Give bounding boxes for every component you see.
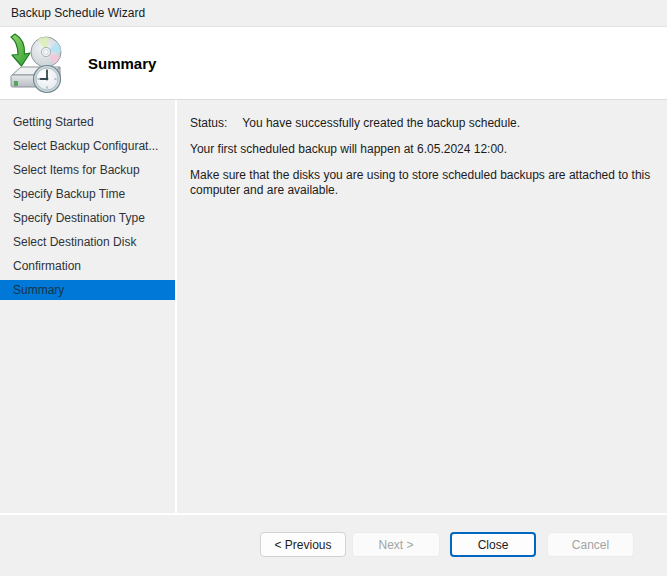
step-select-destination-disk[interactable]: Select Destination Disk — [0, 232, 175, 252]
step-getting-started[interactable]: Getting Started — [0, 112, 175, 132]
step-select-backup-configuration[interactable]: Select Backup Configurat... — [0, 136, 175, 156]
backup-schedule-icon — [8, 33, 64, 95]
step-specify-backup-time[interactable]: Specify Backup Time — [0, 184, 175, 204]
wizard-header: Summary — [0, 27, 667, 100]
page-title: Summary — [88, 55, 156, 72]
close-button[interactable]: Close — [450, 532, 536, 557]
clock — [34, 66, 61, 93]
wizard-body: Getting Started Select Backup Configurat… — [0, 100, 667, 513]
status-line: Status: You have successfully created th… — [190, 116, 653, 131]
cd-disc — [31, 37, 61, 67]
wizard-steps-nav: Getting Started Select Backup Configurat… — [0, 100, 177, 513]
status-value: You have successfully created the backup… — [242, 116, 520, 131]
step-summary[interactable]: Summary — [0, 280, 175, 300]
first-backup-text: Your first scheduled backup will happen … — [190, 142, 653, 157]
step-specify-destination-type[interactable]: Specify Destination Type — [0, 208, 175, 228]
wizard-footer: < Previous Next > Close Cancel — [0, 513, 667, 576]
next-button[interactable]: Next > — [352, 532, 440, 557]
summary-content: Status: You have successfully created th… — [177, 100, 667, 513]
disk-notice-text: Make sure that the disks you are using t… — [190, 168, 653, 198]
step-select-items-for-backup[interactable]: Select Items for Backup — [0, 160, 175, 180]
green-arrow — [11, 34, 30, 66]
cancel-button[interactable]: Cancel — [547, 532, 634, 557]
backup-schedule-wizard-window: Backup Schedule Wizard — [0, 0, 667, 576]
window-title: Backup Schedule Wizard — [11, 6, 145, 20]
step-confirmation[interactable]: Confirmation — [0, 256, 175, 276]
status-label: Status: — [190, 116, 227, 131]
previous-button[interactable]: < Previous — [260, 532, 346, 557]
titlebar: Backup Schedule Wizard — [0, 0, 667, 27]
